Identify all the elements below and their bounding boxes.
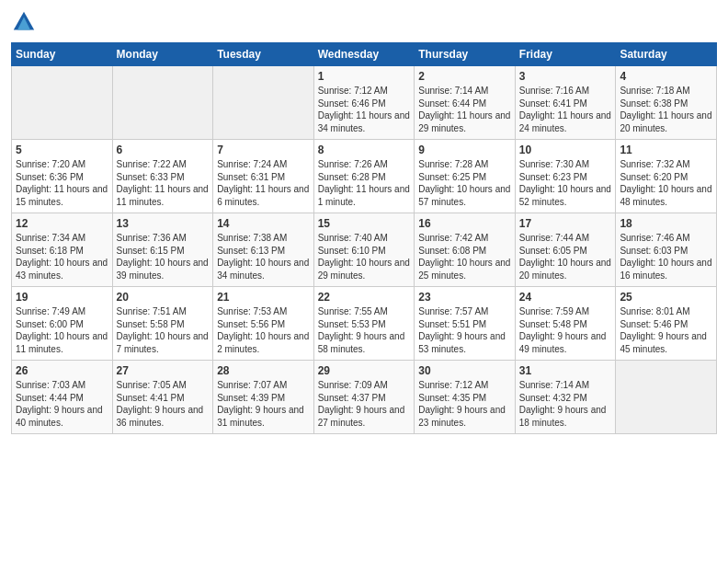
day-info: Sunrise: 7:18 AM Sunset: 6:38 PM Dayligh…: [620, 85, 712, 134]
calendar-cell: 20Sunrise: 7:51 AM Sunset: 5:58 PM Dayli…: [112, 287, 213, 361]
weekday-header-sunday: Sunday: [12, 43, 113, 66]
calendar-cell: 22Sunrise: 7:55 AM Sunset: 5:53 PM Dayli…: [313, 287, 415, 361]
calendar-cell: 9Sunrise: 7:28 AM Sunset: 6:25 PM Daylig…: [415, 140, 516, 213]
calendar-cell: 8Sunrise: 7:26 AM Sunset: 6:28 PM Daylig…: [313, 140, 415, 213]
header-row: [11, 9, 717, 35]
day-info: Sunrise: 7:20 AM Sunset: 6:36 PM Dayligh…: [16, 158, 108, 208]
day-number: 22: [318, 291, 411, 304]
calendar-cell: 11Sunrise: 7:32 AM Sunset: 6:20 PM Dayli…: [616, 140, 717, 213]
calendar-cell: 16Sunrise: 7:42 AM Sunset: 6:08 PM Dayli…: [415, 213, 516, 287]
day-info: Sunrise: 7:07 AM Sunset: 4:39 PM Dayligh…: [217, 379, 310, 429]
calendar-cell: 10Sunrise: 7:30 AM Sunset: 6:23 PM Dayli…: [515, 140, 616, 213]
day-info: Sunrise: 7:09 AM Sunset: 4:37 PM Dayligh…: [318, 379, 411, 429]
day-number: 12: [16, 217, 108, 230]
day-number: 3: [519, 70, 612, 83]
day-number: 9: [418, 144, 511, 156]
calendar-cell: 1Sunrise: 7:12 AM Sunset: 6:46 PM Daylig…: [313, 66, 415, 140]
day-info: Sunrise: 8:01 AM Sunset: 5:46 PM Dayligh…: [620, 305, 712, 355]
day-number: 29: [318, 364, 411, 377]
day-info: Sunrise: 7:34 AM Sunset: 6:18 PM Dayligh…: [16, 232, 108, 282]
day-number: 5: [16, 144, 108, 156]
calendar-cell: 26Sunrise: 7:03 AM Sunset: 4:44 PM Dayli…: [12, 361, 113, 434]
day-number: 23: [418, 291, 511, 304]
day-info: Sunrise: 7:49 AM Sunset: 6:00 PM Dayligh…: [16, 305, 108, 355]
day-number: 13: [117, 217, 210, 230]
day-number: 14: [217, 217, 310, 230]
weekday-header-tuesday: Tuesday: [213, 43, 314, 66]
calendar-cell: 18Sunrise: 7:46 AM Sunset: 6:03 PM Dayli…: [616, 213, 717, 287]
day-number: 21: [217, 291, 310, 304]
weekday-header-wednesday: Wednesday: [313, 43, 415, 66]
day-info: Sunrise: 7:55 AM Sunset: 5:53 PM Dayligh…: [318, 305, 411, 355]
day-number: 19: [16, 291, 108, 304]
calendar-cell: 17Sunrise: 7:44 AM Sunset: 6:05 PM Dayli…: [515, 213, 616, 287]
day-info: Sunrise: 7:14 AM Sunset: 4:32 PM Dayligh…: [519, 379, 612, 429]
day-number: 1: [318, 70, 411, 83]
calendar-cell: 6Sunrise: 7:22 AM Sunset: 6:33 PM Daylig…: [112, 140, 213, 213]
calendar-container: SundayMondayTuesdayWednesdayThursdayFrid…: [0, 0, 728, 442]
weekday-header-row: SundayMondayTuesdayWednesdayThursdayFrid…: [12, 43, 717, 66]
day-number: 24: [519, 291, 612, 304]
day-info: Sunrise: 7:42 AM Sunset: 6:08 PM Dayligh…: [418, 232, 511, 282]
calendar-table: SundayMondayTuesdayWednesdayThursdayFrid…: [11, 42, 717, 434]
day-info: Sunrise: 7:36 AM Sunset: 6:15 PM Dayligh…: [117, 232, 210, 282]
calendar-cell: 2Sunrise: 7:14 AM Sunset: 6:44 PM Daylig…: [415, 66, 516, 140]
calendar-cell: 7Sunrise: 7:24 AM Sunset: 6:31 PM Daylig…: [213, 140, 314, 213]
day-number: 11: [620, 144, 712, 156]
calendar-cell: [112, 66, 213, 140]
day-number: 27: [117, 364, 210, 377]
day-info: Sunrise: 7:57 AM Sunset: 5:51 PM Dayligh…: [418, 305, 511, 355]
calendar-cell: [616, 361, 717, 434]
calendar-cell: 5Sunrise: 7:20 AM Sunset: 6:36 PM Daylig…: [12, 140, 113, 213]
calendar-cell: 14Sunrise: 7:38 AM Sunset: 6:13 PM Dayli…: [213, 213, 314, 287]
day-number: 7: [217, 144, 310, 156]
calendar-cell: 28Sunrise: 7:07 AM Sunset: 4:39 PM Dayli…: [213, 361, 314, 434]
day-number: 17: [519, 217, 612, 230]
day-info: Sunrise: 7:40 AM Sunset: 6:10 PM Dayligh…: [318, 232, 411, 282]
day-info: Sunrise: 7:38 AM Sunset: 6:13 PM Dayligh…: [217, 232, 310, 282]
day-number: 4: [620, 70, 712, 83]
day-info: Sunrise: 7:12 AM Sunset: 6:46 PM Dayligh…: [318, 85, 411, 134]
calendar-cell: 13Sunrise: 7:36 AM Sunset: 6:15 PM Dayli…: [112, 213, 213, 287]
logo-icon: [11, 9, 37, 35]
day-info: Sunrise: 7:28 AM Sunset: 6:25 PM Dayligh…: [418, 158, 511, 208]
calendar-cell: 24Sunrise: 7:59 AM Sunset: 5:48 PM Dayli…: [515, 287, 616, 361]
day-info: Sunrise: 7:59 AM Sunset: 5:48 PM Dayligh…: [519, 305, 612, 355]
day-number: 28: [217, 364, 310, 377]
week-row-2: 5Sunrise: 7:20 AM Sunset: 6:36 PM Daylig…: [12, 140, 717, 213]
day-number: 6: [117, 144, 210, 156]
calendar-cell: [213, 66, 314, 140]
day-info: Sunrise: 7:05 AM Sunset: 4:41 PM Dayligh…: [117, 379, 210, 429]
day-info: Sunrise: 7:12 AM Sunset: 4:35 PM Dayligh…: [418, 379, 511, 429]
day-info: Sunrise: 7:24 AM Sunset: 6:31 PM Dayligh…: [217, 158, 310, 208]
day-number: 26: [16, 364, 108, 377]
day-number: 15: [318, 217, 411, 230]
week-row-4: 19Sunrise: 7:49 AM Sunset: 6:00 PM Dayli…: [12, 287, 717, 361]
week-row-5: 26Sunrise: 7:03 AM Sunset: 4:44 PM Dayli…: [12, 361, 717, 434]
calendar-cell: 29Sunrise: 7:09 AM Sunset: 4:37 PM Dayli…: [313, 361, 415, 434]
calendar-cell: 4Sunrise: 7:18 AM Sunset: 6:38 PM Daylig…: [616, 66, 717, 140]
day-info: Sunrise: 7:16 AM Sunset: 6:41 PM Dayligh…: [519, 85, 612, 134]
day-info: Sunrise: 7:22 AM Sunset: 6:33 PM Dayligh…: [117, 158, 210, 208]
day-number: 30: [418, 364, 511, 377]
day-number: 2: [418, 70, 511, 83]
day-number: 16: [418, 217, 511, 230]
calendar-cell: 25Sunrise: 8:01 AM Sunset: 5:46 PM Dayli…: [616, 287, 717, 361]
day-info: Sunrise: 7:53 AM Sunset: 5:56 PM Dayligh…: [217, 305, 310, 355]
day-number: 18: [620, 217, 712, 230]
week-row-1: 1Sunrise: 7:12 AM Sunset: 6:46 PM Daylig…: [12, 66, 717, 140]
calendar-cell: 23Sunrise: 7:57 AM Sunset: 5:51 PM Dayli…: [415, 287, 516, 361]
weekday-header-saturday: Saturday: [616, 43, 717, 66]
calendar-cell: 12Sunrise: 7:34 AM Sunset: 6:18 PM Dayli…: [12, 213, 113, 287]
day-info: Sunrise: 7:30 AM Sunset: 6:23 PM Dayligh…: [519, 158, 612, 208]
calendar-cell: 30Sunrise: 7:12 AM Sunset: 4:35 PM Dayli…: [415, 361, 516, 434]
day-info: Sunrise: 7:14 AM Sunset: 6:44 PM Dayligh…: [418, 85, 511, 134]
week-row-3: 12Sunrise: 7:34 AM Sunset: 6:18 PM Dayli…: [12, 213, 717, 287]
day-info: Sunrise: 7:32 AM Sunset: 6:20 PM Dayligh…: [620, 158, 712, 208]
day-number: 31: [519, 364, 612, 377]
calendar-cell: 15Sunrise: 7:40 AM Sunset: 6:10 PM Dayli…: [313, 213, 415, 287]
day-number: 20: [117, 291, 210, 304]
day-number: 8: [318, 144, 411, 156]
day-info: Sunrise: 7:26 AM Sunset: 6:28 PM Dayligh…: [318, 158, 411, 208]
calendar-cell: 19Sunrise: 7:49 AM Sunset: 6:00 PM Dayli…: [12, 287, 113, 361]
